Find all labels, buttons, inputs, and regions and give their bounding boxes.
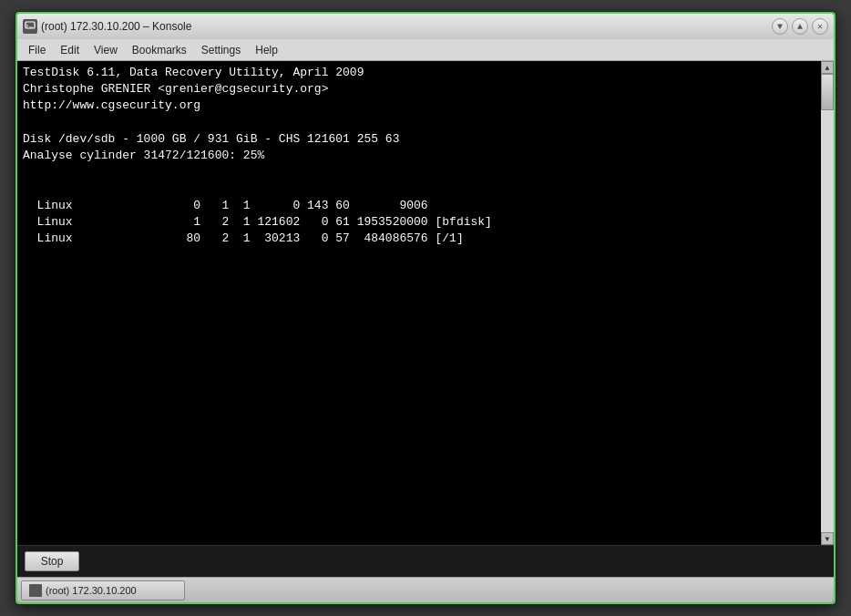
scrollbar-up-button[interactable]: ▲ xyxy=(821,61,834,74)
terminal-output[interactable]: TestDisk 6.11, Data Recovery Utility, Ap… xyxy=(17,61,834,545)
title-bar-controls: ▼ ▲ ✕ xyxy=(772,18,828,35)
minimize-button[interactable]: ▼ xyxy=(772,18,788,35)
maximize-button[interactable]: ▲ xyxy=(792,18,808,35)
menu-edit[interactable]: Edit xyxy=(53,42,87,58)
menu-settings[interactable]: Settings xyxy=(194,42,248,58)
taskbar-item-label: (root) 172.30.10.200 xyxy=(46,585,137,596)
window-title: (root) 172.30.10.200 – Konsole xyxy=(41,20,191,33)
menu-help[interactable]: Help xyxy=(248,42,285,58)
konsole-window: (root) 172.30.10.200 – Konsole ▼ ▲ ✕ Fil… xyxy=(15,12,836,604)
stop-button[interactable]: Stop xyxy=(25,551,79,571)
taskbar-terminal-item[interactable]: (root) 172.30.10.200 xyxy=(21,580,185,601)
title-bar: (root) 172.30.10.200 – Konsole ▼ ▲ ✕ xyxy=(17,14,834,39)
menu-bookmarks[interactable]: Bookmarks xyxy=(125,42,194,58)
terminal-icon xyxy=(23,19,37,34)
menubar: File Edit View Bookmarks Settings Help xyxy=(17,39,834,61)
scrollbar-down-button[interactable]: ▼ xyxy=(821,532,834,545)
terminal-area: TestDisk 6.11, Data Recovery Utility, Ap… xyxy=(17,61,834,545)
taskbar: (root) 172.30.10.200 xyxy=(17,577,834,602)
button-area: Stop xyxy=(17,545,834,577)
title-bar-left: (root) 172.30.10.200 – Konsole xyxy=(23,19,191,34)
close-button[interactable]: ✕ xyxy=(812,18,828,35)
menu-file[interactable]: File xyxy=(21,42,53,58)
scrollbar-vertical: ▲ ▼ xyxy=(821,61,834,545)
scrollbar-thumb[interactable] xyxy=(821,74,834,110)
scrollbar-track xyxy=(821,74,834,532)
taskbar-terminal-icon xyxy=(29,584,42,597)
menu-view[interactable]: View xyxy=(87,42,125,58)
